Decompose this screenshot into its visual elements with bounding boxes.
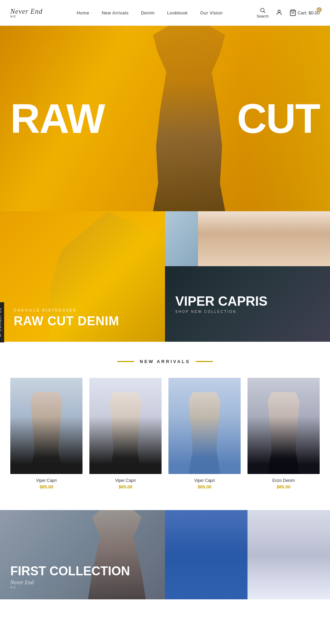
header: Never End NE Home New Arrivals Denim Loo…	[0, 0, 330, 26]
new-arrivals-section: NEW ARRIVALS Viper Capri $65.00 Viper Ca…	[0, 342, 330, 500]
logo-script: Never End	[10, 8, 43, 15]
product-name: Viper Capri	[115, 478, 136, 483]
col-right-top-skin	[198, 211, 330, 266]
nav-denim[interactable]: Denim	[141, 10, 155, 15]
product-price: $65.00	[40, 484, 53, 489]
raw-cut-denim-banner[interactable]: CHEVILLE DISTRESSED RAW CUT DENIM	[0, 211, 165, 342]
nav-our-vision[interactable]: Our Vision	[200, 10, 222, 15]
hero-text-left: RAW	[10, 98, 104, 139]
section-header: NEW ARRIVALS	[10, 359, 320, 364]
product-image-2	[89, 378, 162, 474]
product-price: $65.00	[119, 484, 132, 489]
svg-point-2	[278, 10, 280, 12]
viper-sub: SHOP NEW COLLECTION	[175, 310, 267, 314]
product-name: Enzo Denim	[272, 478, 295, 483]
product-name: Viper Capri	[194, 478, 215, 483]
col-sub-label: CHEVILLE DISTRESSED	[14, 308, 119, 312]
section-line-right	[196, 361, 213, 362]
col-left-text: CHEVILLE DISTRESSED RAW CUT DENIM	[14, 308, 119, 328]
svg-point-0	[261, 8, 264, 12]
product-image-4	[248, 378, 320, 474]
first-collection-title: FIRST COLLECTION	[10, 564, 130, 578]
first-collection-logo: Never End	[10, 579, 130, 586]
contact-tab-label: Contact Us	[0, 307, 2, 331]
product-name: Viper Capri	[36, 478, 57, 483]
banner-right-blue-jeans	[165, 510, 248, 599]
nav-home[interactable]: Home	[77, 10, 89, 15]
products-grid: Viper Capri $65.00 Viper Capri $65.00 Vi…	[10, 378, 320, 489]
product-card[interactable]: Viper Capri $65.00	[89, 378, 162, 489]
header-icons: Search 0 Cart: $0.00	[257, 7, 320, 18]
email-icon: ✉	[0, 333, 2, 337]
cart-icon	[289, 9, 296, 16]
logo[interactable]: Never End NE	[10, 8, 43, 18]
main-nav: Home New Arrivals Denim Lookbook Our Vis…	[77, 10, 223, 15]
banner-right-white-jeans	[248, 510, 330, 599]
svg-line-1	[264, 11, 265, 13]
search-label: Search	[257, 14, 269, 18]
col-main-label: RAW CUT DENIM	[14, 314, 119, 328]
first-collection-sub: NE	[10, 586, 130, 589]
denim-closeup-banner[interactable]	[165, 510, 330, 599]
hero-text-cut: CUT	[237, 95, 320, 142]
hero-text-right: CUT	[237, 98, 320, 139]
viper-text: VIPER CAPRIS SHOP NEW COLLECTION	[175, 295, 267, 314]
contact-tab[interactable]: ✉ Contact Us	[0, 302, 4, 342]
product-card[interactable]: Viper Capri $65.00	[10, 378, 82, 489]
col-right: VIPER CAPRIS SHOP NEW COLLECTION	[165, 211, 330, 342]
search-icon	[260, 7, 266, 13]
search-button[interactable]: Search	[257, 7, 269, 18]
logo-sub: NE	[10, 15, 17, 18]
product-card[interactable]: Viper Capri $65.00	[168, 378, 241, 489]
cart-badge: 0	[317, 7, 322, 12]
nav-lookbook[interactable]: Lookbook	[167, 10, 188, 15]
nav-new-arrivals[interactable]: New Arrivals	[102, 10, 129, 15]
user-account-button[interactable]	[276, 9, 283, 17]
banner-left-text: FIRST COLLECTION Never End NE	[10, 564, 130, 589]
section-title: NEW ARRIVALS	[140, 359, 190, 364]
hero-text-raw: RAW	[10, 95, 104, 142]
product-price: $65.00	[198, 484, 211, 489]
cart-button[interactable]: 0 Cart: $0.00	[289, 9, 320, 16]
hero-model-silhouette	[138, 26, 241, 211]
product-price: $65.00	[277, 484, 290, 489]
product-card[interactable]: Enzo Denim $65.00	[248, 378, 320, 489]
product-image-1	[10, 378, 82, 474]
col-right-top-banner[interactable]	[165, 211, 330, 266]
first-collection-banner[interactable]: FIRST COLLECTION Never End NE	[0, 510, 165, 599]
viper-title: VIPER CAPRIS	[175, 295, 267, 308]
hero-banner: RAW CUT	[0, 26, 330, 211]
section-line-left	[117, 361, 134, 362]
user-icon	[276, 9, 283, 16]
bottom-banners: FIRST COLLECTION Never End NE	[0, 510, 330, 599]
viper-capris-banner[interactable]: VIPER CAPRIS SHOP NEW COLLECTION	[165, 266, 330, 342]
product-image-3	[168, 378, 241, 474]
cart-label: Cart: $0.00	[298, 10, 320, 15]
two-col-section: CHEVILLE DISTRESSED RAW CUT DENIM VIPER …	[0, 211, 330, 342]
